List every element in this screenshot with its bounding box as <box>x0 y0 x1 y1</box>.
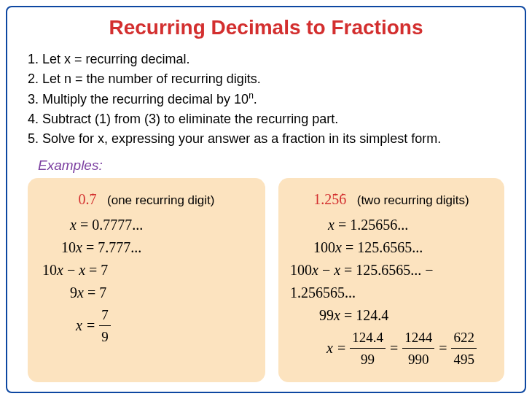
ex1-line1: x = 0.7777... <box>41 214 252 236</box>
ex2-line5: x = 124.4 99 = 1244 990 = 622 495 <box>286 327 497 371</box>
ex2-line4: 99x = 124.4 <box>286 304 497 327</box>
examples-row: 0.7 (one recurring digit) x = 0.7777... … <box>28 178 504 382</box>
step-3-exponent: n <box>249 90 254 101</box>
steps-list: 1. Let x = recurring decimal. 2. Let n =… <box>28 50 504 149</box>
step-1: 1. Let x = recurring decimal. <box>28 50 504 69</box>
recurring-digit-2: 6 <box>339 191 346 207</box>
example-2-decimal: 1.256 <box>313 188 346 211</box>
step-2: 2. Let n = the number of recurring digit… <box>28 69 504 89</box>
ex2-fraction-2: 1244 990 <box>402 327 434 371</box>
ex1-line5: x = 7 9 <box>41 304 252 348</box>
ex2-line3: 100x − x = 125.6565... − 1.256565... <box>286 259 497 304</box>
ex2-line2: 100x = 125.6565... <box>286 236 497 259</box>
decimal-whole-part: 1.2 <box>313 191 332 207</box>
ex2-fraction-3: 622 495 <box>451 327 477 371</box>
ex2-fraction-1: 124.4 99 <box>350 327 386 371</box>
example-2-header: 1.256 (two recurring digits) <box>286 188 497 211</box>
step-3-end: . <box>254 92 257 106</box>
ex2-line1: x = 1.25656... <box>286 214 497 236</box>
ex1-line3: 10x − x = 7 <box>41 259 252 282</box>
recurring-digit-1: 5 <box>332 191 339 207</box>
document-frame: Recurring Decimals to Fractions 1. Let x… <box>6 6 526 393</box>
example-1-header: 0.7 (one recurring digit) <box>41 188 252 211</box>
decimal-whole-part: 0. <box>79 191 90 207</box>
recurring-digit: 7 <box>90 191 97 207</box>
step-3-text: 3. Multiply the recurring decimal by 10 <box>28 92 249 106</box>
step-3: 3. Multiply the recurring decimal by 10n… <box>28 89 504 109</box>
ex1-line2: 10x = 7.777... <box>41 236 252 259</box>
page-title: Recurring Decimals to Fractions <box>28 16 504 39</box>
example-2-note: (two recurring digits) <box>350 193 469 207</box>
example-2-box: 1.256 (two recurring digits) x = 1.25656… <box>278 178 504 382</box>
step-4: 4. Subtract (1) from (3) to eliminate th… <box>28 109 504 129</box>
step-5: 5. Solve for x, expressing your answer a… <box>28 129 504 149</box>
ex1-fraction: 7 9 <box>99 304 111 348</box>
ex1-line4: 9x = 7 <box>41 282 252 304</box>
example-1-box: 0.7 (one recurring digit) x = 0.7777... … <box>28 178 265 382</box>
example-1-note: (one recurring digit) <box>101 193 215 207</box>
examples-heading: Examples: <box>38 158 504 174</box>
example-1-decimal: 0.7 <box>79 188 97 211</box>
